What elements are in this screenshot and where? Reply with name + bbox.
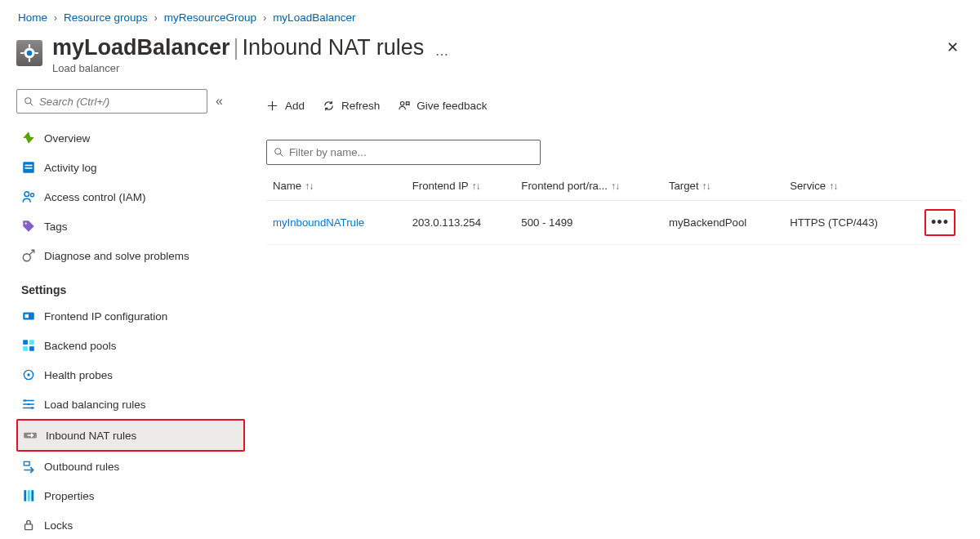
sidebar-item-outbound-rules[interactable]: Outbound rules <box>16 452 245 481</box>
sidebar-search[interactable] <box>16 89 207 114</box>
header-more-button[interactable]: ⋯ <box>435 47 450 62</box>
search-icon <box>274 147 284 158</box>
cell-port: 500 - 1499 <box>514 201 662 245</box>
activity-log-icon <box>21 160 36 175</box>
sidebar-item-properties[interactable]: Properties <box>16 481 245 510</box>
sidebar-item-locks[interactable]: Locks <box>16 510 245 539</box>
svg-point-21 <box>31 407 33 409</box>
sidebar-item-label: Activity log <box>44 162 97 174</box>
sidebar-item-label: Backend pools <box>44 340 117 352</box>
svg-rect-6 <box>25 167 33 169</box>
sidebar-item-health-probes[interactable]: Health probes <box>16 360 245 390</box>
sidebar-item-access-control[interactable]: Access control (IAM) <box>16 182 245 212</box>
health-probes-icon <box>21 368 36 382</box>
sidebar-item-inbound-nat[interactable]: Inbound NAT rules <box>18 421 243 450</box>
svg-rect-14 <box>29 340 34 345</box>
sidebar-item-label: Locks <box>44 519 73 532</box>
sidebar-section-settings: Settings <box>21 283 245 296</box>
svg-rect-23 <box>24 461 29 466</box>
svg-rect-12 <box>25 314 29 318</box>
sidebar-item-label: Diagnose and solve problems <box>44 250 189 262</box>
sidebar-item-label: Properties <box>44 490 95 502</box>
table-row[interactable]: myInboundNATrule 203.0.113.254 500 - 149… <box>266 201 962 245</box>
svg-point-8 <box>30 194 33 197</box>
col-service[interactable]: Service↑↓ <box>783 172 918 201</box>
svg-point-10 <box>23 254 30 261</box>
svg-point-28 <box>401 101 405 105</box>
svg-rect-27 <box>25 524 33 530</box>
toolbar: Add Refresh Give feedback <box>266 89 962 122</box>
cell-frontend-ip: 203.0.113.254 <box>406 201 515 245</box>
sidebar-item-label: Overview <box>44 132 90 145</box>
col-frontend-port[interactable]: Frontend port/ra...↑↓ <box>514 172 662 201</box>
sidebar-item-label: Health probes <box>44 369 113 381</box>
breadcrumb-rg[interactable]: Resource groups <box>64 11 148 24</box>
col-name[interactable]: Name↑↓ <box>266 172 406 201</box>
svg-rect-13 <box>23 340 28 345</box>
svg-line-3 <box>30 103 33 105</box>
lb-rules-icon <box>21 397 36 412</box>
filter-box[interactable] <box>266 140 541 165</box>
frontend-ip-icon <box>21 309 36 323</box>
rules-table: Name↑↓ Frontend IP↑↓ Frontend port/ra...… <box>266 172 962 245</box>
svg-point-19 <box>24 399 26 402</box>
refresh-button[interactable]: Refresh <box>323 100 380 112</box>
collapse-sidebar-button[interactable]: « <box>216 94 223 109</box>
inbound-nat-icon <box>23 428 38 443</box>
backend-pools-icon <box>21 338 36 353</box>
sort-icon: ↑↓ <box>829 180 837 192</box>
overview-icon <box>21 131 36 145</box>
close-icon[interactable]: ✕ <box>947 38 959 56</box>
add-button[interactable]: Add <box>266 100 305 112</box>
svg-point-20 <box>28 403 30 406</box>
sidebar-item-activity-log[interactable]: Activity log <box>16 153 245 182</box>
svg-point-18 <box>27 373 29 376</box>
sort-icon: ↑↓ <box>472 180 480 192</box>
svg-line-30 <box>280 154 283 156</box>
tags-icon <box>21 219 36 234</box>
refresh-icon <box>323 100 335 112</box>
sidebar-item-tags[interactable]: Tags <box>16 212 245 241</box>
sidebar-item-label: Outbound rules <box>44 461 119 473</box>
breadcrumb-mylb[interactable]: myLoadBalancer <box>273 11 355 24</box>
row-actions-button[interactable]: ••• <box>924 209 956 236</box>
cell-target: myBackendPool <box>662 201 783 245</box>
iam-icon <box>21 189 36 204</box>
sidebar-search-input[interactable] <box>39 96 200 108</box>
main-content: Add Refresh Give feedback Name↑↓ Fronten… <box>245 82 980 539</box>
sidebar-item-label: Inbound NAT rules <box>46 430 136 442</box>
sidebar-item-overview[interactable]: Overview <box>16 123 245 153</box>
page-header: myLoadBalancer|Inbound NAT rules Load ba… <box>0 29 980 82</box>
breadcrumb: Home› Resource groups› myResourceGroup› … <box>0 0 980 29</box>
breadcrumb-myrg[interactable]: myResourceGroup <box>164 11 256 24</box>
col-target[interactable]: Target↑↓ <box>662 172 783 201</box>
sidebar-item-label: Load balancing rules <box>44 399 146 411</box>
sidebar-item-backend-pools[interactable]: Backend pools <box>16 331 245 360</box>
feedback-icon <box>398 100 410 112</box>
page-title: myLoadBalancer|Inbound NAT rules <box>52 35 424 60</box>
svg-point-9 <box>25 223 27 225</box>
sidebar-item-lb-rules[interactable]: Load balancing rules <box>16 390 245 419</box>
rule-name-link[interactable]: myInboundNATrule <box>266 201 406 245</box>
svg-point-7 <box>24 192 29 197</box>
svg-point-29 <box>275 149 281 154</box>
svg-rect-5 <box>25 165 33 167</box>
sort-icon: ↑↓ <box>702 180 710 192</box>
locks-icon <box>21 518 36 532</box>
svg-rect-25 <box>28 490 30 501</box>
sidebar-item-frontend-ip[interactable]: Frontend IP configuration <box>16 301 245 331</box>
sort-icon: ↑↓ <box>305 180 313 192</box>
col-frontend-ip[interactable]: Frontend IP↑↓ <box>406 172 515 201</box>
feedback-button[interactable]: Give feedback <box>398 100 487 112</box>
sidebar-item-label: Access control (IAM) <box>44 191 146 203</box>
diagnose-icon <box>21 248 36 263</box>
svg-rect-24 <box>24 490 26 501</box>
outbound-rules-icon <box>21 459 36 474</box>
cell-service: HTTPS (TCP/443) <box>783 201 918 245</box>
sidebar-item-label: Tags <box>44 220 68 233</box>
sidebar-item-diagnose[interactable]: Diagnose and solve problems <box>16 241 245 270</box>
breadcrumb-home[interactable]: Home <box>18 11 47 24</box>
filter-input[interactable] <box>289 146 533 158</box>
sidebar-item-label: Frontend IP configuration <box>44 310 167 323</box>
search-icon <box>24 96 34 107</box>
